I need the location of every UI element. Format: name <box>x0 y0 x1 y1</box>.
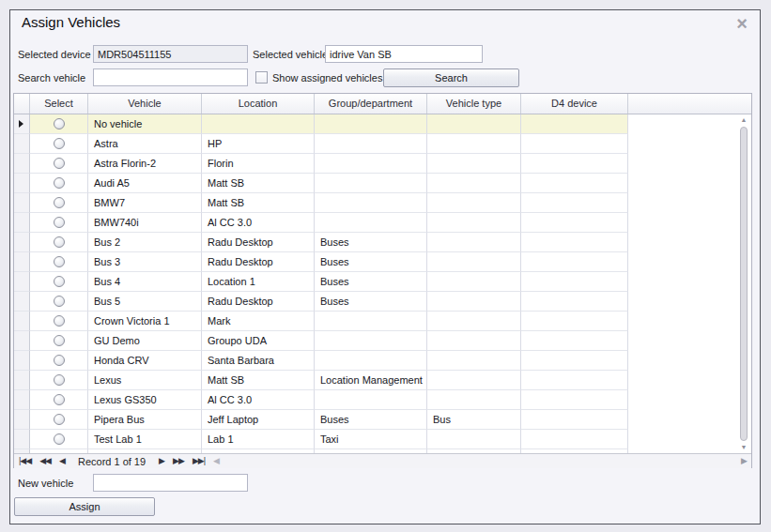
location-cell: Radu Desktop <box>202 292 315 312</box>
select-radio[interactable] <box>54 236 65 248</box>
selected-device-field[interactable] <box>93 45 248 63</box>
table-row[interactable]: LexusMatt SBLocation Management <box>14 371 751 390</box>
d4-device-cell <box>521 134 628 154</box>
search-button[interactable]: Search <box>383 68 519 87</box>
group-cell <box>315 351 427 371</box>
select-radio[interactable] <box>54 374 65 386</box>
table-row[interactable]: Bus 5Radu DesktopBuses <box>14 292 751 312</box>
column-header-d4-device[interactable]: D4 device <box>521 94 628 114</box>
group-cell <box>315 213 427 233</box>
select-radio[interactable] <box>54 118 65 129</box>
table-row[interactable]: No vehicle <box>14 114 751 134</box>
d4-device-cell <box>521 213 628 233</box>
navigator-right-buttons: ▶▶▶▶▶| <box>159 454 213 468</box>
select-radio[interactable] <box>54 197 65 208</box>
select-radio[interactable] <box>54 177 65 189</box>
row-indicator <box>14 410 30 430</box>
select-radio[interactable] <box>54 158 65 169</box>
d4-device-cell <box>521 252 628 272</box>
table-row[interactable]: Bus 4Location 1Buses <box>14 272 751 292</box>
location-cell: Jeff Laptop <box>202 410 315 430</box>
group-cell: Buses <box>315 292 427 312</box>
show-assigned-label: Show assigned vehicles <box>272 71 382 84</box>
first-record-icon[interactable]: |◀◀ <box>19 456 31 465</box>
column-header-select[interactable]: Select <box>30 94 88 114</box>
location-cell: Matt SB <box>202 193 315 213</box>
hscroll-left-icon[interactable]: ◀ <box>213 454 220 468</box>
table-row[interactable]: Pipera BusJeff LaptopBusesBus <box>14 410 751 430</box>
vertical-scrollbar-thumb[interactable] <box>740 127 748 441</box>
row-indicator <box>14 134 30 154</box>
select-radio[interactable] <box>54 394 65 405</box>
column-header-group-department[interactable]: Group/department <box>315 94 427 114</box>
location-cell: Radu Desktop <box>202 233 315 252</box>
d4-device-cell <box>521 292 628 312</box>
row-indicator <box>14 331 30 351</box>
row-indicator <box>14 233 30 252</box>
show-assigned-checkbox[interactable] <box>255 71 268 84</box>
select-radio[interactable] <box>54 355 65 366</box>
column-header-vehicle-type[interactable]: Vehicle type <box>427 94 521 114</box>
location-cell: Matt SB <box>202 371 315 390</box>
row-indicator <box>14 174 30 193</box>
location-cell: Radu Desktop <box>202 252 315 272</box>
table-row[interactable]: Astra Florin-2Florin <box>14 154 751 174</box>
assign-button[interactable]: Assign <box>14 497 155 516</box>
table-row[interactable]: BMW7Matt SB <box>14 193 751 213</box>
group-cell <box>315 331 427 351</box>
table-row[interactable]: Audi A5Matt SB <box>14 174 751 193</box>
filler-cell <box>628 312 751 331</box>
next-page-icon[interactable]: ▶▶ <box>173 456 184 465</box>
filler-cell <box>628 193 751 213</box>
selected-vehicle-field[interactable] <box>325 45 483 63</box>
table-row[interactable]: Bus 2Radu DesktopBuses <box>14 233 751 252</box>
table-row[interactable]: BMW740iAl CC 3.0 <box>14 213 751 233</box>
select-cell <box>30 193 88 213</box>
search-vehicle-input[interactable] <box>93 68 248 86</box>
last-record-icon[interactable]: ▶▶| <box>193 456 205 465</box>
filler-cell <box>628 331 751 351</box>
hscroll-right-icon[interactable]: ▶ <box>741 454 748 468</box>
column-header-vehicle[interactable]: Vehicle <box>88 94 202 114</box>
column-header-location[interactable]: Location <box>202 94 315 114</box>
new-vehicle-input[interactable] <box>93 474 248 492</box>
select-radio[interactable] <box>54 276 65 287</box>
select-cell <box>30 134 88 154</box>
vehicle-type-cell <box>427 233 521 252</box>
select-radio[interactable] <box>54 256 65 267</box>
table-row[interactable]: Lexus GS350Al CC 3.0 <box>14 390 751 410</box>
prev-record-icon[interactable]: ◀ <box>59 456 65 465</box>
select-radio[interactable] <box>54 414 65 425</box>
vehicle-cell: Honda CRV <box>88 351 202 371</box>
vehicle-type-cell <box>427 430 521 449</box>
select-radio[interactable] <box>54 433 65 445</box>
select-cell <box>30 114 88 134</box>
next-record-icon[interactable]: ▶ <box>159 456 164 465</box>
group-cell: Location Management <box>315 371 427 390</box>
vehicle-type-cell <box>427 390 521 410</box>
vehicle-cell: BMW7 <box>88 193 202 213</box>
filler-cell <box>628 134 751 154</box>
vehicle-type-cell <box>427 174 521 193</box>
table-row[interactable]: Honda CRVSanta Barbara <box>14 351 751 371</box>
select-radio[interactable] <box>54 217 65 228</box>
vehicle-cell: Lexus GS350 <box>88 390 202 410</box>
assign-vehicles-dialog: Assign Vehicles × Selected device Select… <box>9 9 761 524</box>
close-icon[interactable]: × <box>733 16 750 33</box>
table-row[interactable]: Test Lab 1Lab 1Taxi <box>14 430 751 449</box>
table-row[interactable]: Crown Victoria 1Mark <box>14 312 751 331</box>
scroll-down-icon[interactable]: ▼ <box>741 444 748 451</box>
vehicle-type-cell <box>427 351 521 371</box>
table-row[interactable]: Bus 3Radu DesktopBuses <box>14 252 751 272</box>
select-radio[interactable] <box>54 335 65 346</box>
select-cell <box>30 410 88 430</box>
prev-page-icon[interactable]: ◀◀ <box>39 456 51 465</box>
select-radio[interactable] <box>54 315 65 327</box>
select-radio[interactable] <box>54 138 65 149</box>
vertical-scrollbar[interactable]: ▲ ▼ <box>738 116 749 451</box>
d4-device-cell <box>521 272 628 292</box>
table-row[interactable]: AstraHP <box>14 134 751 154</box>
scroll-up-icon[interactable]: ▲ <box>741 116 748 124</box>
select-radio[interactable] <box>54 296 65 307</box>
table-row[interactable]: GU DemoGroupo UDA <box>14 331 751 351</box>
